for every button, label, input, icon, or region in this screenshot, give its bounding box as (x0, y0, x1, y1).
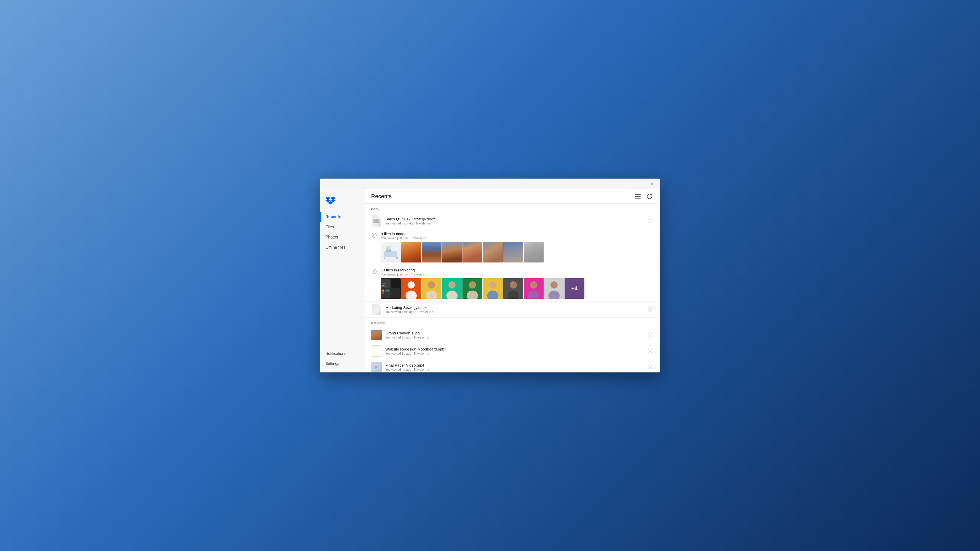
group-share-icon (371, 268, 377, 275)
image-thumb (524, 242, 544, 262)
sidebar-item-settings[interactable]: Settings (320, 359, 365, 368)
svg-point-53 (648, 365, 652, 369)
svg-rect-18 (391, 289, 400, 298)
file-name: Website Redesign Moodboard.pptx (385, 347, 646, 351)
filter-icon[interactable] (634, 192, 642, 200)
svg-rect-2 (635, 198, 641, 199)
image-thumb (401, 278, 421, 299)
file-action-icon[interactable] (646, 218, 654, 224)
sidebar-item-offline[interactable]: Offline files (320, 242, 365, 252)
section-label-today: today (365, 203, 660, 213)
sidebar-item-notifications[interactable]: Notifications (320, 348, 365, 359)
group-item-images[interactable]: 8 files in Images You viewed just now · … (365, 229, 660, 265)
app-body: Recents Files Photos Offline files Notif… (320, 189, 660, 372)
svg-text:WORLD IS: WORLD IS (382, 283, 388, 284)
app-window: — □ ✕ Recents Files (320, 179, 660, 372)
file-action-icon[interactable] (646, 306, 654, 313)
image-thumb: THE WORLD IS (381, 278, 401, 299)
image-thumb (381, 242, 401, 262)
file-thumbnail (371, 346, 382, 356)
dropbox-logo-icon (325, 195, 336, 205)
image-thumb (483, 242, 503, 262)
svg-point-44 (530, 281, 537, 289)
svg-point-49 (648, 307, 652, 311)
file-info: Marketing Strategy.docx You viewed 4min … (385, 305, 646, 314)
image-thumb (544, 278, 564, 299)
header-actions (634, 192, 654, 200)
file-info: Sales Q1 2017 Strategy.docx You viewed j… (385, 217, 646, 225)
svg-point-3 (648, 219, 652, 223)
svg-marker-52 (375, 365, 378, 368)
file-item[interactable]: Final Paper Video.mp4 You viewed 4d ago … (365, 359, 660, 372)
sidebar-nav: Recents Files Photos Offline files (320, 211, 365, 348)
group-name: 8 files in Images (381, 232, 654, 236)
sidebar-item-files[interactable]: Files (320, 222, 365, 232)
image-thumb (463, 242, 482, 262)
main-content: Recents (365, 189, 660, 372)
svg-point-38 (489, 281, 496, 289)
file-meta: You viewed just now · Traveler Inc (385, 222, 646, 225)
svg-rect-1 (635, 196, 641, 197)
svg-rect-0 (635, 194, 641, 195)
file-meta: You viewed 4min ago · Traveler Inc (385, 310, 646, 314)
file-action-icon[interactable] (646, 331, 654, 338)
image-thumb (422, 242, 442, 262)
file-meta: You viewed 4d ago · Traveler Inc (385, 368, 646, 372)
image-thumb (422, 278, 442, 299)
file-action-icon[interactable] (646, 348, 654, 354)
svg-rect-22 (382, 292, 384, 294)
sidebar-item-photos[interactable]: Photos (320, 232, 365, 242)
main-header: Recents (365, 189, 660, 203)
svg-point-47 (550, 281, 558, 289)
sidebar-item-recents[interactable]: Recents (320, 212, 365, 222)
svg-rect-20 (385, 289, 387, 292)
file-meta: You viewed 3d ago · Traveler Inc (385, 352, 646, 355)
file-name: Marketing Strategy.docx (385, 305, 646, 310)
svg-text:THE: THE (382, 285, 386, 287)
file-name: Final Paper Video.mp4 (385, 363, 646, 367)
file-action-icon[interactable] (646, 364, 654, 371)
image-thumb-more: +4 (565, 278, 584, 299)
group-name: 13 files in Marketing (381, 268, 654, 272)
more-count-label: +4 (565, 278, 584, 299)
close-button[interactable]: ✕ (646, 179, 658, 189)
svg-rect-7 (384, 257, 385, 259)
file-item[interactable]: Website Redesign Moodboard.pptx You view… (365, 343, 660, 359)
svg-point-50 (648, 333, 652, 337)
titlebar: — □ ✕ (320, 179, 660, 189)
svg-point-13 (372, 269, 376, 274)
image-strip-images (381, 242, 654, 262)
svg-point-41 (510, 281, 517, 289)
file-meta: You viewed 3d ago · Traveler Inc (385, 336, 646, 339)
group-share-icon (371, 232, 377, 238)
sidebar-bottom: Notifications Settings (320, 348, 365, 372)
svg-point-29 (428, 281, 435, 289)
file-item[interactable]: Grand Canyon 1.jpg You viewed 3d ago · T… (365, 327, 660, 343)
file-name: Sales Q1 2017 Strategy.docx (385, 217, 646, 221)
file-thumbnail (371, 304, 382, 315)
group-info: 8 files in Images You viewed just now · … (381, 232, 654, 262)
minimize-button[interactable]: — (622, 179, 634, 189)
file-thumbnail (371, 216, 382, 226)
image-thumb (463, 278, 482, 299)
group-item-marketing[interactable]: 13 files in Marketing You viewed just no… (365, 265, 660, 302)
svg-point-51 (648, 349, 652, 353)
svg-rect-8 (396, 257, 398, 259)
image-thumb (442, 278, 462, 299)
section-label-lastweek: last week (365, 318, 660, 327)
group-meta: You viewed just now · Traveler Inc (381, 273, 654, 276)
group-info: 13 files in Marketing You viewed just no… (381, 268, 654, 299)
svg-point-32 (449, 281, 455, 289)
scroll-area[interactable]: today Sales (365, 203, 660, 372)
file-item[interactable]: Sales Q1 2017 Strategy.docx You viewed j… (365, 213, 660, 229)
file-info: Website Redesign Moodboard.pptx You view… (385, 347, 646, 355)
logo-area (320, 189, 365, 211)
page-title: Recents (371, 193, 392, 200)
refresh-icon[interactable] (646, 192, 654, 200)
image-thumb (524, 278, 544, 299)
svg-point-10 (387, 248, 390, 251)
svg-point-35 (469, 281, 476, 289)
image-thumb (503, 242, 523, 262)
file-item[interactable]: Marketing Strategy.docx You viewed 4min … (365, 302, 660, 318)
maximize-button[interactable]: □ (634, 179, 646, 189)
